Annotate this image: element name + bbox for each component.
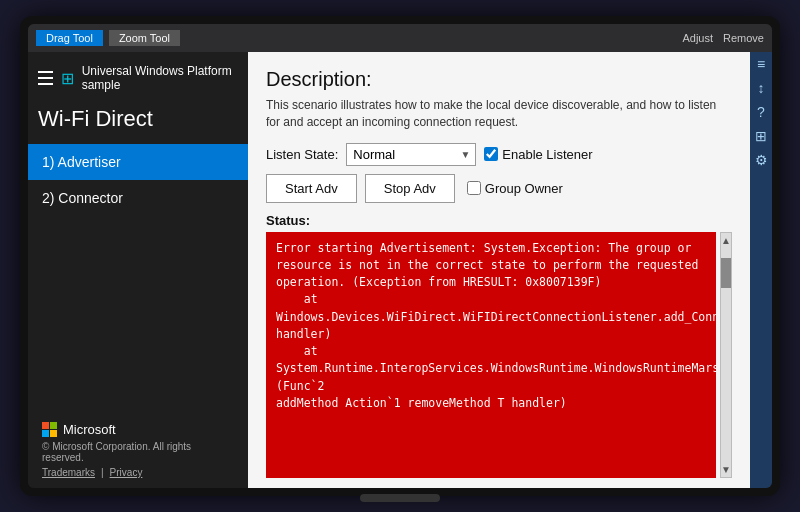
scroll-up-icon[interactable]: ▲ [719, 233, 732, 248]
wifi-title: Wi-Fi Direct [28, 98, 248, 144]
scroll-down-icon[interactable]: ▼ [719, 462, 732, 477]
sidebar: ⊞ Universal Windows Platform sample Wi-F… [28, 52, 248, 488]
footer-links: Trademarks | Privacy [42, 467, 234, 478]
footer-copyright: © Microsoft Corporation. All rights rese… [42, 441, 234, 463]
privacy-link[interactable]: Privacy [110, 467, 143, 478]
screen-inner: Drag Tool Zoom Tool Adjust Remove ⊞ Univ… [28, 24, 772, 488]
main-area: ⊞ Universal Windows Platform sample Wi-F… [28, 52, 772, 488]
enable-listener-checkbox[interactable] [484, 147, 498, 161]
status-label: Status: [266, 213, 732, 228]
description-text: This scenario illustrates how to make th… [266, 97, 732, 131]
ms-square-2 [50, 422, 57, 429]
right-icon-resize[interactable]: ↕ [758, 80, 765, 96]
buttons-and-owner-row: Start Adv Stop Adv Group Owner [266, 174, 732, 203]
sidebar-app-title: Universal Windows Platform sample [82, 64, 238, 92]
listen-state-label: Listen State: [266, 147, 338, 162]
sidebar-header: ⊞ Universal Windows Platform sample [28, 52, 248, 98]
listen-state-select-wrapper: Normal None ▼ [346, 143, 476, 166]
right-icon-grid[interactable]: ⊞ [755, 128, 767, 144]
trademarks-link[interactable]: Trademarks [42, 467, 95, 478]
listen-state-select[interactable]: Normal None [346, 143, 476, 166]
start-adv-button[interactable]: Start Adv [266, 174, 357, 203]
adjust-link[interactable]: Adjust [682, 32, 713, 44]
right-icon-help[interactable]: ? [757, 104, 765, 120]
content-panel: Description: This scenario illustrates h… [248, 52, 750, 488]
error-status-box: Error starting Advertisement: System.Exc… [266, 232, 716, 478]
right-icon-settings[interactable]: ⚙ [755, 152, 768, 168]
scrollbar-thumb[interactable] [721, 258, 731, 288]
sidebar-item-connector[interactable]: 2) Connector [28, 180, 248, 216]
ms-square-3 [42, 430, 49, 437]
drag-tool-button[interactable]: Drag Tool [36, 30, 103, 46]
ms-square-1 [42, 422, 49, 429]
ms-square-4 [50, 430, 57, 437]
bottom-notch [28, 488, 772, 508]
ms-logo-text: Microsoft [63, 422, 116, 437]
notch [360, 494, 440, 502]
controls-row: Listen State: Normal None ▼ Enable Liste… [266, 143, 732, 166]
group-owner-label[interactable]: Group Owner [485, 181, 563, 196]
hamburger-icon[interactable] [38, 71, 53, 85]
top-bar: Drag Tool Zoom Tool Adjust Remove [28, 24, 772, 52]
status-area: Error starting Advertisement: System.Exc… [266, 232, 732, 478]
remove-link[interactable]: Remove [723, 32, 764, 44]
sidebar-footer: Microsoft © Microsoft Corporation. All r… [28, 412, 248, 488]
group-owner-group: Group Owner [467, 181, 563, 196]
screen-outer: Drag Tool Zoom Tool Adjust Remove ⊞ Univ… [20, 16, 780, 496]
group-owner-checkbox[interactable] [467, 181, 481, 195]
ms-squares [42, 422, 57, 437]
content-inner: Description: This scenario illustrates h… [248, 52, 750, 488]
zoom-tool-button[interactable]: Zoom Tool [109, 30, 180, 46]
right-panel: ≡ ↕ ? ⊞ ⚙ [750, 52, 772, 488]
right-icon-menu[interactable]: ≡ [757, 56, 765, 72]
status-scrollbar[interactable]: ▲ ▼ [720, 232, 732, 478]
enable-listener-group: Enable Listener [484, 147, 592, 162]
uwp-icon: ⊞ [61, 69, 74, 88]
stop-adv-button[interactable]: Stop Adv [365, 174, 455, 203]
ms-logo: Microsoft [42, 422, 234, 437]
description-title: Description: [266, 68, 732, 91]
enable-listener-label[interactable]: Enable Listener [502, 147, 592, 162]
sidebar-item-advertiser[interactable]: 1) Advertiser [28, 144, 248, 180]
